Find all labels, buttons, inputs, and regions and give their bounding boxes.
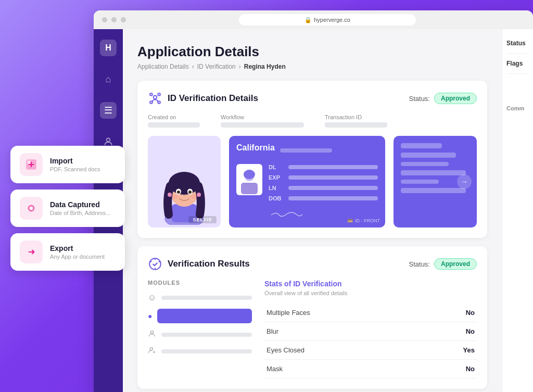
popup-export-title: Export: [50, 244, 105, 252]
status-badge: Approved: [434, 93, 477, 104]
status-badge-container: Status: Approved: [409, 93, 477, 104]
status-label: Status:: [409, 95, 430, 103]
svg-point-13: [177, 191, 180, 194]
bar-3: [401, 162, 449, 166]
module-bar-3: [161, 333, 252, 337]
verification-results-header: Verification Results Status: Approved: [148, 257, 477, 271]
svg-point-28: [30, 207, 33, 210]
sidebar-item-documents[interactable]: ☰: [100, 102, 117, 119]
modules-column: MODULES ☺ ●: [148, 280, 252, 378]
svg-point-5: [154, 96, 157, 99]
id-dl-bar: [288, 165, 378, 169]
stat-value-2: No: [424, 322, 477, 341]
breadcrumb-item-3[interactable]: Regina Hyden: [244, 63, 286, 70]
stat-label-4: Mask: [264, 360, 424, 378]
address-bar[interactable]: 🔒 hyperverge.co: [239, 14, 416, 26]
breadcrumb-sep-2: ›: [239, 63, 241, 70]
id-verification-label: ID Verification Details: [168, 93, 258, 104]
svg-point-17: [171, 195, 179, 199]
sidebar-logo[interactable]: H: [100, 40, 117, 56]
import-icon: [24, 158, 38, 171]
id-field-list: DL EXP LN: [269, 164, 378, 220]
meta-workflow-bar: [221, 122, 304, 128]
meta-transaction: Transaction ID: [325, 114, 387, 128]
browser-titlebar: 🔒 hyperverge.co: [94, 10, 533, 29]
stat-label-2: Blur: [264, 322, 424, 341]
meta-created-label: Created on: [148, 114, 200, 120]
id-front-card: California: [229, 136, 385, 227]
id-exp-label: EXP: [269, 174, 284, 181]
browser-content: H ⌂ ☰ 🖼 ⚙ Application Details Applicatio…: [94, 29, 533, 392]
stat-value-1: No: [424, 304, 477, 322]
breadcrumb-item-2[interactable]: ID Verification: [197, 63, 236, 70]
results-status-badge-container: Status: Approved: [409, 258, 477, 270]
meta-created-on: Created on: [148, 114, 200, 128]
avatar-illustration: [156, 157, 213, 225]
sidebar-item-home[interactable]: ⌂: [100, 71, 117, 87]
meta-row: Created on Workflow Transaction ID: [148, 114, 477, 128]
id-third-card: →: [394, 136, 477, 227]
address-text: hyperverge.co: [314, 17, 350, 23]
bar-5: [401, 180, 439, 184]
popup-export-subtitle: Any App or document: [50, 254, 105, 260]
svg-point-18: [190, 195, 197, 199]
next-arrow-button[interactable]: →: [457, 174, 472, 189]
id-type-text: ID - FRONT: [355, 218, 380, 223]
stats-column: Stats of ID Verification Overall view of…: [264, 280, 477, 378]
id-fields-container: DL EXP LN: [236, 164, 378, 220]
table-row: Blur No: [264, 322, 477, 341]
popup-data-title: Data Captured: [50, 200, 110, 209]
verification-results-label: Verification Results: [168, 259, 250, 269]
verification-results-title: Verification Results: [148, 257, 250, 271]
meta-workflow: Workflow: [221, 114, 304, 128]
module-icon-2: ●: [148, 312, 152, 320]
id-verification-title: ID Verification Details: [148, 91, 258, 106]
right-panel-divider-1: [506, 53, 529, 54]
id-type-label: 💳 ID - FRONT: [347, 218, 380, 223]
popup-import[interactable]: Import PDF, Scanned docs: [10, 146, 125, 183]
selfie-card: SELFIE: [148, 136, 221, 227]
main-content: Application Details Application Details …: [123, 29, 502, 392]
stats-subtitle: Overall view of all verified details: [264, 290, 477, 296]
browser-window: 🔒 hyperverge.co H ⌂ ☰ 🖼 ⚙ Application De…: [94, 10, 533, 392]
id-state-bar: [280, 148, 332, 153]
meta-transaction-label: Transaction ID: [325, 114, 387, 120]
id-dob-bar: [288, 196, 378, 200]
id-ln-bar: [288, 186, 378, 190]
popup-import-text: Import PDF, Scanned docs: [50, 157, 100, 172]
popup-export[interactable]: Export Any App or document: [10, 233, 125, 271]
module-bar-4: [161, 349, 252, 353]
stats-table: Multiple Faces No Blur No Eyes Closed Ye…: [264, 304, 477, 378]
module-bar-1: [161, 296, 252, 300]
right-panel-flags-label: Flags: [506, 60, 529, 67]
window-dot-1: [102, 17, 107, 22]
svg-point-16: [197, 193, 201, 197]
breadcrumb-sep-1: ›: [192, 63, 194, 70]
table-row: Mask No: [264, 360, 477, 378]
verification-icon: [148, 257, 162, 271]
module-item-2[interactable]: ●: [148, 309, 252, 323]
module-item-1: ☺: [148, 293, 252, 302]
card-header: ID Verification Details Status: Approved: [148, 91, 477, 106]
popup-container: Import PDF, Scanned docs Data Captured D…: [10, 146, 125, 271]
bar-6: [401, 188, 466, 193]
popup-data-subtitle: Date of Birth, Address...: [50, 210, 110, 216]
popup-export-text: Export Any App or document: [50, 244, 105, 260]
table-row: Multiple Faces No: [264, 304, 477, 322]
module-active-bar[interactable]: [157, 309, 252, 323]
id-field-dob: DOB: [269, 195, 378, 201]
page-title: Application Details: [137, 44, 487, 60]
verification-results-card: Verification Results Status: Approved MO…: [137, 246, 487, 389]
data-captured-icon: [24, 201, 38, 215]
smiley-icon: ☺: [148, 293, 156, 302]
svg-point-0: [107, 138, 110, 142]
results-status-badge: Approved: [434, 258, 477, 270]
svg-point-14: [188, 191, 192, 194]
modules-label: MODULES: [148, 280, 252, 286]
id-ln-label: LN: [269, 185, 284, 191]
popup-data-captured[interactable]: Data Captured Date of Birth, Address...: [10, 189, 125, 227]
selfie-label: SELFIE: [188, 216, 217, 223]
breadcrumb-item-1[interactable]: Application Details: [137, 63, 189, 70]
id-field-dl: DL: [269, 164, 378, 170]
verification-grid: MODULES ☺ ●: [148, 280, 477, 378]
